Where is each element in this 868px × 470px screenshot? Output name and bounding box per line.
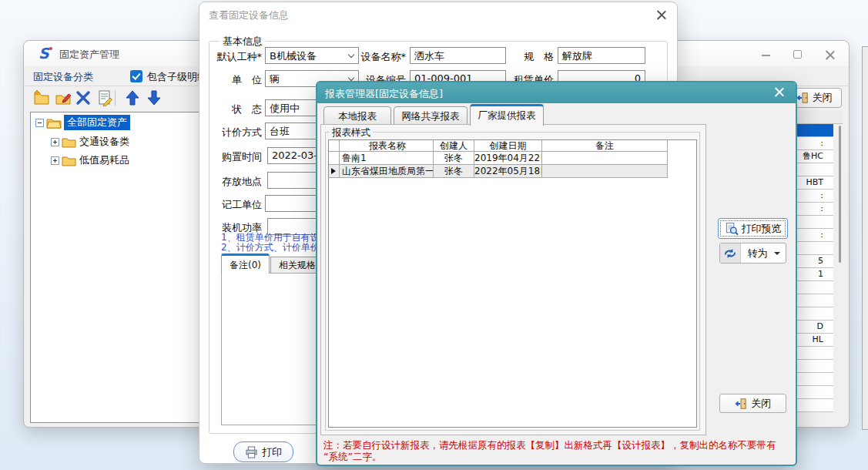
print-button[interactable]: 打印 xyxy=(233,441,293,462)
basic-info-title: 基本信息 xyxy=(220,35,266,49)
unit-label: 单 位 xyxy=(199,73,262,87)
col-creator: 创建人 xyxy=(434,140,474,152)
col-report-name: 报表名称 xyxy=(340,140,434,152)
device-name-field[interactable]: 洒水车 xyxy=(410,47,506,64)
hint-line-2: 2、计价方式、计价单价 xyxy=(221,241,320,254)
tab-remarks[interactable]: 备注(0) xyxy=(221,253,270,274)
convert-icon-segment xyxy=(720,243,741,263)
worker-type-label: 默认工种* xyxy=(199,50,262,64)
tree-row-root[interactable]: 全部固定资产 xyxy=(35,114,130,131)
door-exit-icon xyxy=(796,92,809,104)
status-label: 状 态 xyxy=(199,102,262,116)
convert-label: 转为 xyxy=(741,247,774,260)
tree-item-lowvalue[interactable]: 低值易耗品 xyxy=(76,153,132,168)
category-detail-icon[interactable] xyxy=(96,89,113,106)
report-table: 报表名称 创建人 创建日期 备注 鲁南1 张冬 2019年04月22日 山东省煤… xyxy=(328,139,697,428)
expand-toggle-icon[interactable] xyxy=(51,156,59,165)
report-style-title: 报表样式 xyxy=(330,126,373,139)
tree-row-lowvalue[interactable]: 低值易耗品 xyxy=(51,152,132,169)
edit-category-icon[interactable] xyxy=(55,89,72,106)
folder-icon xyxy=(62,155,76,166)
delete-category-icon[interactable] xyxy=(75,89,92,106)
report-close-button[interactable]: 关闭 xyxy=(719,394,786,413)
report-note-line-2: “系统”二字。 xyxy=(323,451,381,464)
background-window-sliver xyxy=(862,46,868,430)
svg-text:S: S xyxy=(39,45,50,62)
convert-button[interactable]: 转为 xyxy=(719,243,786,264)
printer-icon xyxy=(245,446,258,458)
print-label: 打印 xyxy=(262,445,282,459)
location-label: 存放地点 xyxy=(199,175,262,189)
pricing-label: 计价方式 xyxy=(199,126,262,139)
print-preview-label: 打印预览 xyxy=(742,222,782,236)
move-down-icon[interactable] xyxy=(146,89,163,106)
convert-dropdown-arrow-icon[interactable] xyxy=(774,252,780,255)
spec-field[interactable]: 解放牌 xyxy=(558,47,645,64)
convert-icon xyxy=(723,247,737,260)
tab-vendor-reports[interactable]: 厂家提供报表 xyxy=(470,104,544,126)
move-up-icon[interactable] xyxy=(124,89,141,106)
panel-close-label: 关闭 xyxy=(813,91,833,105)
print-preview-button[interactable]: 打印预览 xyxy=(718,218,788,239)
worker-type-combo[interactable]: B机械设备 xyxy=(265,47,359,64)
report-manager-dialog: 报表管理器[固定设备信息] 本地报表 网络共享报表 厂家提供报表 报表样式 报表… xyxy=(316,81,797,466)
device-dialog-title: 查看固定设备信息 xyxy=(209,8,289,22)
col-note: 备注 xyxy=(542,140,668,152)
collapse-toggle-icon[interactable] xyxy=(35,119,44,127)
work-unit-label: 记工单位 xyxy=(199,198,262,212)
folder-open-icon xyxy=(46,116,62,129)
report-dialog-close-icon[interactable] xyxy=(775,87,786,98)
window-title: 固定资产管理 xyxy=(59,48,119,62)
print-preview-icon xyxy=(725,222,739,236)
detail-scrollbar[interactable] xyxy=(839,126,841,263)
tree-row-transport[interactable]: 交通设备类 xyxy=(51,133,132,150)
report-row[interactable]: 鲁南1 张冬 2019年04月22日 xyxy=(329,152,668,165)
door-exit-icon xyxy=(735,398,747,410)
app-logo-icon: S xyxy=(36,45,55,62)
tree-item-transport[interactable]: 交通设备类 xyxy=(76,134,132,149)
tree-item-all-assets[interactable]: 全部固定资产 xyxy=(64,115,130,130)
current-row-marker-icon xyxy=(331,168,336,174)
spec-label: 规 格 xyxy=(508,50,554,64)
close-button[interactable] xyxy=(826,50,836,60)
purchase-date-label: 购置时间 xyxy=(199,150,262,164)
report-note-line-1: 注：若要自行设计新报表，请先根据原有的报表【复制】出新格式再【设计报表】，复制出… xyxy=(323,439,776,452)
device-dialog-close-icon[interactable] xyxy=(657,10,668,21)
report-row-selected[interactable]: 山东省煤田地质局第一 张冬 2022年05月18日 xyxy=(329,165,668,178)
report-close-label: 关闭 xyxy=(751,397,771,411)
maximize-button[interactable] xyxy=(793,50,802,59)
device-name-label: 设备名称* xyxy=(354,50,406,64)
col-created-date: 创建日期 xyxy=(474,140,542,152)
include-children-checkbox[interactable] xyxy=(130,70,142,82)
report-dialog-title: 报表管理器[固定设备信息] xyxy=(325,87,443,101)
minimize-button[interactable] xyxy=(762,55,770,56)
classification-title: 固定设备分类 xyxy=(33,70,93,84)
tab-shared-reports[interactable]: 网络共享报表 xyxy=(394,106,468,125)
toolbar-separator xyxy=(115,90,116,106)
report-dialog-title-bar[interactable]: 报表管理器[固定设备信息] xyxy=(317,82,796,103)
expand-toggle-icon[interactable] xyxy=(51,138,59,146)
new-category-icon[interactable] xyxy=(33,89,50,106)
folder-icon xyxy=(62,136,76,148)
report-table-header: 报表名称 创建人 创建日期 备注 xyxy=(329,140,668,152)
tab-local-reports[interactable]: 本地报表 xyxy=(323,106,391,125)
